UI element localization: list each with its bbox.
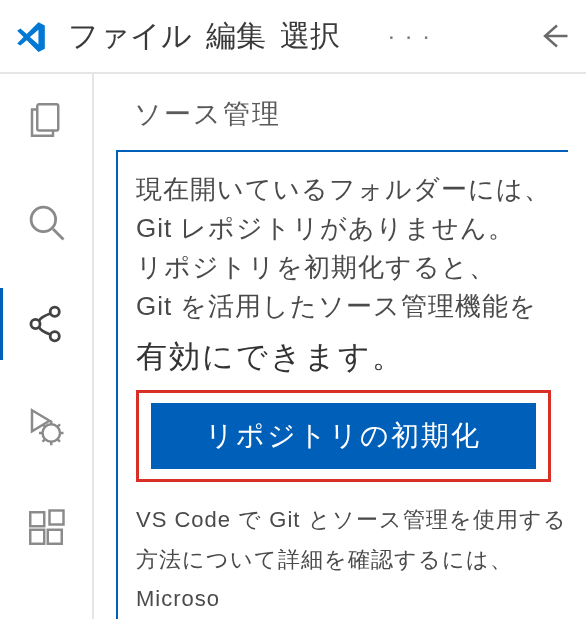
activity-explorer[interactable] (0, 90, 93, 150)
menu-select[interactable]: 選択 (280, 16, 340, 57)
menu-file[interactable]: ファイル (68, 16, 192, 57)
desc-line: Git レポジトリがありません。 (136, 209, 568, 248)
svg-rect-6 (30, 512, 44, 526)
highlight-box: リポジトリの初期化 (136, 390, 551, 482)
initialize-repository-button[interactable]: リポジトリの初期化 (151, 403, 536, 469)
titlebar: ファイル 編集 選択 · · · (0, 0, 586, 74)
activity-extensions[interactable] (0, 498, 93, 558)
panel-content: 現在開いているフォルダーには、 Git レポジトリがありません。 リポジトリを初… (116, 150, 568, 619)
source-control-panel: ソース管理 現在開いているフォルダーには、 Git レポジトリがありません。 リ… (94, 74, 586, 619)
svg-rect-8 (48, 530, 62, 544)
desc-line: 現在開いているフォルダーには、 (136, 170, 568, 209)
svg-point-1 (31, 207, 56, 232)
svg-rect-7 (30, 530, 44, 544)
help-line: VS Code で Git とソース管理を使用する (136, 500, 568, 540)
help-text: VS Code で Git とソース管理を使用する 方法について詳細を確認するに… (136, 500, 568, 619)
activity-run-debug[interactable] (0, 396, 93, 456)
menu-edit[interactable]: 編集 (206, 16, 266, 57)
main-area: ソース管理 現在開いているフォルダーには、 Git レポジトリがありません。 リ… (0, 74, 586, 619)
back-arrow-icon[interactable] (534, 16, 574, 56)
activity-bar (0, 74, 94, 619)
desc-line: Git を活用したソース管理機能を (136, 287, 568, 326)
menu-overflow-icon[interactable]: · · · (388, 22, 431, 50)
activity-source-control[interactable] (0, 294, 93, 354)
svg-point-4 (50, 332, 59, 341)
menu-bar: ファイル 編集 選択 (68, 16, 340, 57)
svg-rect-0 (37, 104, 58, 130)
help-line: 方法について詳細を確認するには、Microso (136, 540, 568, 619)
svg-point-3 (31, 319, 40, 328)
desc-emphasis: 有効にできます。 (136, 336, 568, 378)
description-text: 現在開いているフォルダーには、 Git レポジトリがありません。 リポジトリを初… (136, 170, 568, 326)
svg-rect-9 (50, 511, 64, 525)
vscode-logo-icon (12, 17, 50, 55)
desc-line: リポジトリを初期化すると、 (136, 248, 568, 287)
svg-point-2 (50, 307, 59, 316)
activity-search[interactable] (0, 192, 93, 252)
panel-title: ソース管理 (134, 96, 586, 132)
